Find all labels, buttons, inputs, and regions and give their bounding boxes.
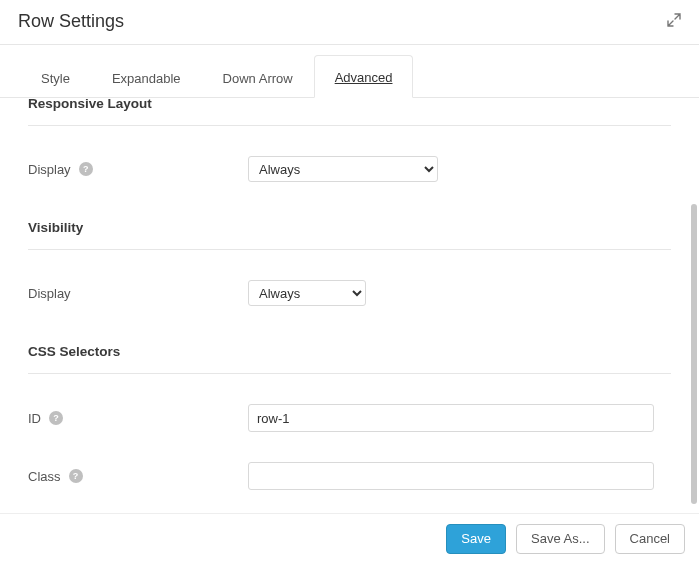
section-title-visibility: Visibility bbox=[28, 214, 671, 250]
save-as-button[interactable]: Save As... bbox=[516, 524, 605, 554]
help-icon[interactable]: ? bbox=[49, 411, 63, 425]
tab-down-arrow[interactable]: Down Arrow bbox=[202, 56, 314, 98]
select-visibility-display[interactable]: Always bbox=[248, 280, 366, 306]
help-icon[interactable]: ? bbox=[69, 469, 83, 483]
input-css-class[interactable] bbox=[248, 462, 654, 490]
dialog-title: Row Settings bbox=[18, 11, 124, 32]
label-visibility-display: Display bbox=[28, 286, 71, 301]
label-css-id: ID bbox=[28, 411, 41, 426]
dialog-footer: Save Save As... Cancel bbox=[0, 513, 699, 563]
tabs-bar: Style Expandable Down Arrow Advanced bbox=[0, 44, 699, 98]
section-title-responsive: Responsive Layout bbox=[28, 98, 671, 126]
row-visibility-display: Display Always bbox=[28, 250, 671, 306]
help-icon[interactable]: ? bbox=[79, 162, 93, 176]
tab-style[interactable]: Style bbox=[20, 56, 91, 98]
tab-advanced[interactable]: Advanced bbox=[314, 55, 414, 98]
label-css-class: Class bbox=[28, 469, 61, 484]
save-button[interactable]: Save bbox=[446, 524, 506, 554]
section-title-css: CSS Selectors bbox=[28, 338, 671, 374]
row-css-class: Class ? bbox=[28, 432, 671, 490]
content-area: Responsive Layout Display ? Always Visib… bbox=[0, 98, 699, 513]
dialog-header: Row Settings bbox=[0, 0, 699, 44]
scrollbar-thumb[interactable] bbox=[691, 204, 697, 504]
expand-icon[interactable] bbox=[667, 13, 681, 30]
label-responsive-display: Display bbox=[28, 162, 71, 177]
row-responsive-display: Display ? Always bbox=[28, 126, 671, 182]
select-responsive-display[interactable]: Always bbox=[248, 156, 438, 182]
input-css-id[interactable] bbox=[248, 404, 654, 432]
cancel-button[interactable]: Cancel bbox=[615, 524, 685, 554]
row-css-id: ID ? bbox=[28, 374, 671, 432]
tab-expandable[interactable]: Expandable bbox=[91, 56, 202, 98]
